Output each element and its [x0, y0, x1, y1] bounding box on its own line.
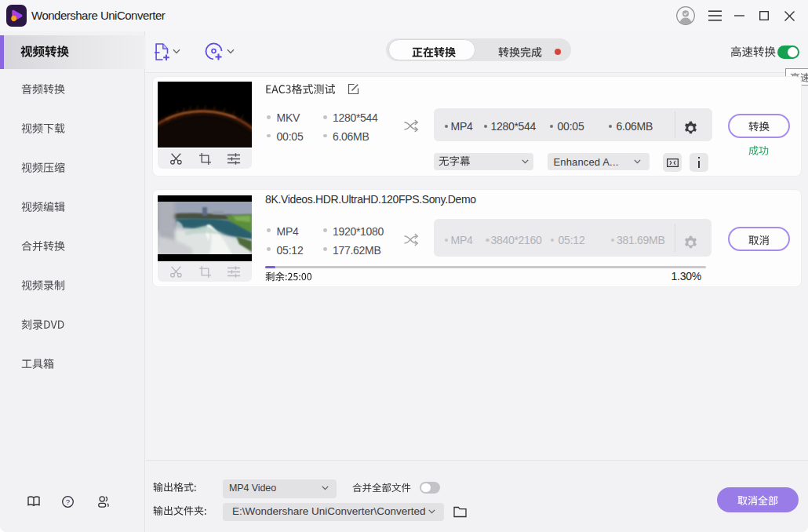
svg-text:?: ?	[66, 497, 70, 506]
